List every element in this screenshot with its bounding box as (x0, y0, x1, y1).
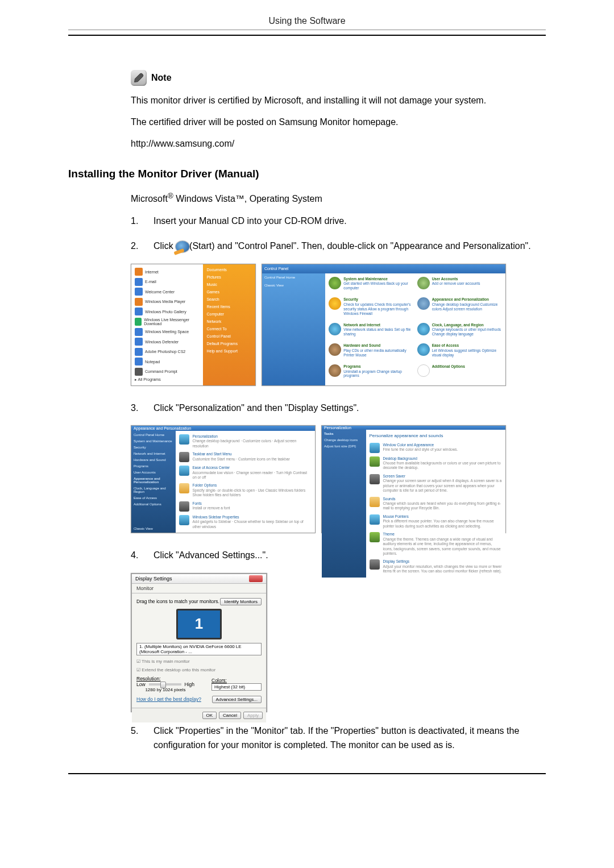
page-footer-rule (68, 773, 546, 774)
step-4: 4. Click "Advanced Settings...". (131, 548, 546, 563)
advanced-settings-button[interactable]: Advanced Settings... (212, 696, 262, 703)
header-title: Using the Software (68, 16, 546, 30)
apply-button[interactable]: Apply (243, 712, 263, 719)
step-5: 5. Click "Properties" in the "Monitor" t… (131, 724, 546, 753)
note-p2: The certified driver will be posted on S… (131, 115, 546, 129)
help-link[interactable]: How do I get the best display? (136, 696, 201, 702)
figure-start-menu: Internet E-mail Welcome Center Windows M… (131, 264, 256, 386)
step-3: 3. Click "Personalization" and then "Dis… (131, 401, 546, 416)
extend-desktop-check[interactable]: ☑ Extend the desktop onto this monitor (136, 667, 262, 672)
monitor-preview[interactable]: 1 (176, 609, 222, 639)
note-block: Note (131, 70, 546, 86)
figure-display-settings: Display Settings Monitor Drag the icons … (131, 573, 267, 712)
note-icon (131, 70, 147, 86)
ok-button[interactable]: OK (202, 712, 217, 719)
section-heading: Installing the Monitor Driver (Manual) (68, 168, 546, 180)
os-line: Microsoft® Windows Vista™, Operating Sys… (131, 190, 546, 206)
identify-monitors-button[interactable]: Identify Monitors (220, 598, 262, 605)
colors-select[interactable]: Highest (32 bit) (211, 683, 262, 691)
close-icon[interactable] (249, 575, 263, 582)
figure-control-panel: Control Panel Control Panel Home Classic… (262, 264, 506, 386)
main-monitor-check[interactable]: ☑ This is my main monitor (136, 659, 262, 664)
cancel-button[interactable]: Cancel (219, 712, 241, 719)
step-2: 2. Click (Start) and "Control Panel". Th… (131, 239, 546, 254)
dialog-title: Display Settings (135, 576, 172, 582)
note-p1: This monitor driver is certified by Micr… (131, 94, 546, 107)
figure-appearance-panel: Appearance and Personalization Control P… (131, 425, 316, 533)
monitor-tab[interactable]: Monitor (132, 584, 266, 593)
monitor-select[interactable]: 1. (Multiple Monitors) on NVIDIA GeForce… (136, 643, 262, 655)
step-1: 1. Insert your Manual CD into your CD-RO… (131, 214, 546, 229)
page-header: Using the Software (68, 16, 546, 36)
note-label: Note (151, 73, 172, 83)
figure-personalization: Personalization Tasks Change desktop ico… (321, 425, 506, 533)
note-url: http://www.samsung.com/ (131, 137, 546, 151)
resolution-slider[interactable] (149, 683, 181, 686)
start-icon (176, 241, 189, 252)
